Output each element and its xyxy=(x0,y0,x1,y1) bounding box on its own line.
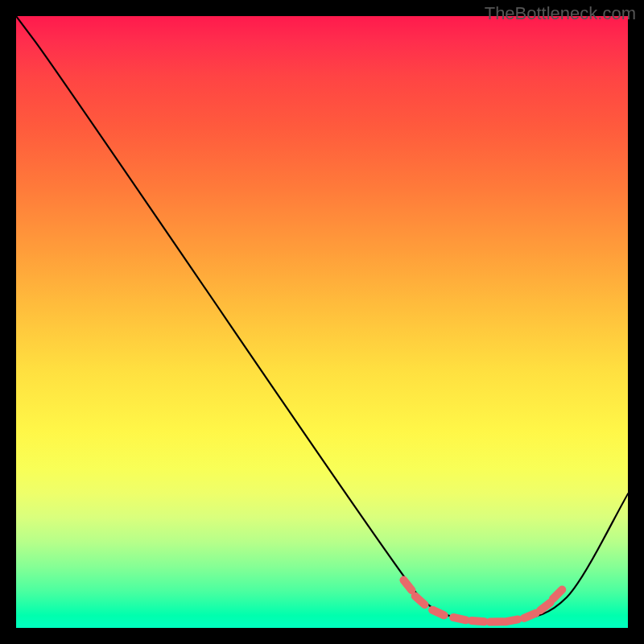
curve-marker xyxy=(524,613,536,618)
curve-marker xyxy=(415,596,425,605)
curve-marker xyxy=(540,602,551,610)
curve-markers xyxy=(403,580,562,622)
bottleneck-curve-line xyxy=(16,16,628,621)
chart-plot-area xyxy=(16,16,628,628)
curve-marker xyxy=(453,617,466,620)
curve-marker xyxy=(472,621,485,621)
curve-marker xyxy=(432,610,444,616)
chart-svg xyxy=(16,16,628,628)
curve-marker xyxy=(506,619,518,621)
curve-marker xyxy=(553,590,562,599)
curve-marker xyxy=(403,580,411,590)
watermark-text: TheBottleneck.com xyxy=(485,3,636,24)
